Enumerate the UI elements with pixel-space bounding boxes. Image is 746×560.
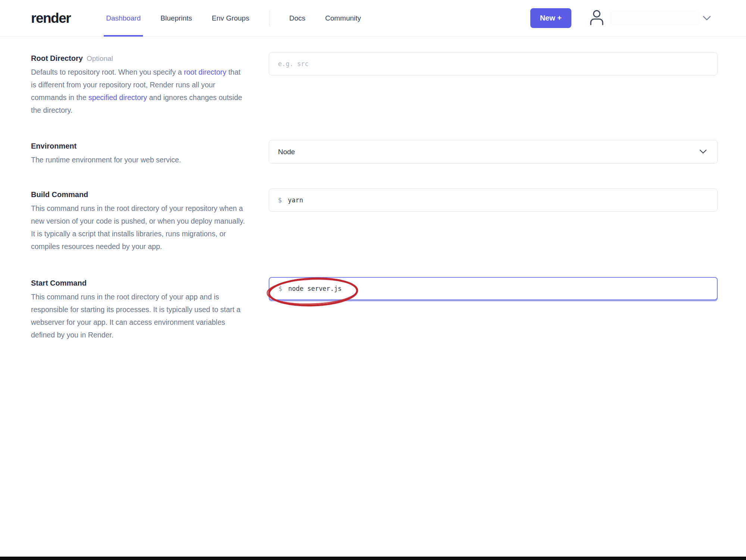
build-command-input[interactable] bbox=[288, 189, 708, 211]
start-command-label: Start Command bbox=[31, 279, 247, 287]
description-text: Defaults to repository root. When you sp… bbox=[31, 68, 184, 76]
environment-field: Node bbox=[269, 140, 718, 164]
build-command-label: Build Command bbox=[31, 190, 247, 199]
build-command-input-box: $ bbox=[269, 189, 718, 212]
environment-description: The runtime environment for your web ser… bbox=[31, 153, 247, 166]
nav-item-docs[interactable]: Docs bbox=[289, 0, 305, 36]
environment-label: Environment bbox=[31, 142, 247, 150]
build-command-field: $ bbox=[269, 189, 718, 212]
build-command-description: This command runs in the root directory … bbox=[31, 202, 247, 253]
root-directory-label: Root DirectoryOptional bbox=[31, 54, 247, 63]
build-command-row: Build Command This command runs in the r… bbox=[31, 189, 746, 253]
inline-link[interactable]: root directory bbox=[184, 68, 227, 76]
nav-item-community[interactable]: Community bbox=[325, 0, 361, 36]
environment-select[interactable]: Node bbox=[269, 140, 718, 164]
environment-row: Environment The runtime environment for … bbox=[31, 140, 746, 166]
start-command-field: $ bbox=[269, 277, 718, 300]
nav-item-env-groups[interactable]: Env Groups bbox=[212, 0, 249, 36]
shell-prompt-glyph: $ bbox=[278, 285, 282, 292]
new-button[interactable]: New + bbox=[530, 8, 571, 28]
account-menu[interactable] bbox=[589, 9, 604, 28]
nav-item-dashboard[interactable]: Dashboard bbox=[106, 0, 141, 36]
account-name-blurred bbox=[609, 11, 699, 26]
service-settings-form: Root DirectoryOptional Defaults to repos… bbox=[0, 37, 746, 341]
nav-item-blueprints[interactable]: Blueprints bbox=[160, 0, 192, 36]
environment-selected-value: Node bbox=[278, 148, 295, 156]
environment-info: Environment The runtime environment for … bbox=[31, 140, 247, 166]
root-directory-input[interactable] bbox=[269, 52, 718, 75]
optional-badge: Optional bbox=[87, 55, 113, 62]
start-command-row: Start Command This command runs in the r… bbox=[31, 277, 746, 341]
inline-link[interactable]: specified directory bbox=[88, 93, 147, 102]
root-directory-info: Root DirectoryOptional Defaults to repos… bbox=[31, 52, 247, 116]
bottom-edge-bar bbox=[0, 557, 746, 560]
top-navigation-bar: render Dashboard Blueprints Env Groups D… bbox=[0, 0, 746, 37]
root-directory-row: Root DirectoryOptional Defaults to repos… bbox=[31, 52, 746, 116]
nav-divider bbox=[269, 10, 269, 26]
start-command-input-box: $ bbox=[269, 277, 718, 300]
primary-nav: Dashboard Blueprints Env Groups Docs Com… bbox=[106, 0, 361, 36]
user-person-icon bbox=[589, 9, 604, 28]
root-directory-description: Defaults to repository root. When you sp… bbox=[31, 66, 247, 116]
root-directory-label-text: Root Directory bbox=[31, 54, 83, 62]
select-chevron-down-icon bbox=[699, 149, 707, 155]
build-command-info: Build Command This command runs in the r… bbox=[31, 189, 247, 253]
account-chevron-down-icon[interactable] bbox=[703, 16, 711, 21]
render-logo[interactable]: render bbox=[31, 10, 71, 26]
start-command-info: Start Command This command runs in the r… bbox=[31, 277, 247, 341]
start-command-description: This command runs in the root directory … bbox=[31, 290, 247, 341]
start-command-input[interactable] bbox=[288, 278, 708, 299]
shell-prompt-glyph: $ bbox=[278, 196, 282, 204]
root-directory-field bbox=[269, 52, 718, 75]
